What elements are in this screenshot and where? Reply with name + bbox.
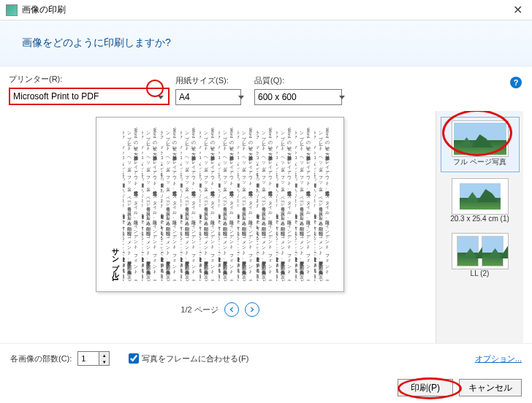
paper-size-label: 用紙サイズ(S): [175,75,248,86]
paper-size-select[interactable]: A4 [175,89,241,105]
printer-select[interactable]: Microsoft Print to PDF [10,89,146,104]
quality-label: 品質(Q): [254,75,349,86]
layout-label: LL (2) [471,269,490,277]
layout-full-page[interactable]: フル ページ写真 [441,117,520,172]
copies-input[interactable] [78,352,99,365]
options-link[interactable]: オプション... [475,353,522,364]
next-page-button[interactable] [245,302,259,317]
layout-label: フル ページ写真 [453,157,506,167]
fit-frame-checkbox[interactable] [129,353,139,364]
copies-spinner[interactable]: ▲ ▼ [77,351,110,366]
printer-label: プリンター(R): [9,74,170,85]
layout-list: フル ページ写真 20.3 x 25.4 cm (1) LL (2) [436,111,523,343]
copies-up[interactable]: ▲ [99,352,109,358]
close-button[interactable]: ✕ [503,0,532,20]
fit-frame-label: 写真をフレームに合わせる(F) [142,353,248,364]
app-icon [6,4,18,16]
page-indicator: 1/2 ページ [180,304,218,315]
print-preview: サンプル 1 Wordの使い方、基本操作、レイアウト、書式設定、スタイル、段落、… [96,117,344,292]
print-button[interactable]: 印刷(P) [398,379,453,396]
preview-sample-label: サンプル 1 [110,141,120,281]
layout-label: 20.3 x 25.4 cm (1) [450,215,509,223]
cancel-button[interactable]: キャンセル [459,379,522,396]
copies-label: 各画像の部数(C): [10,353,72,364]
layout-contact-sheet[interactable]: 20.3 x 25.4 cm (1) [441,175,520,227]
copies-down[interactable]: ▼ [99,358,109,365]
help-icon[interactable]: ? [510,77,522,88]
layout-ll2[interactable]: LL (2) [441,230,520,282]
quality-select[interactable]: 600 x 600 [254,89,342,105]
window-title: 画像の印刷 [22,4,503,16]
prev-page-button[interactable] [224,302,239,317]
header-question: 画像をどのように印刷しますか? [22,37,510,50]
